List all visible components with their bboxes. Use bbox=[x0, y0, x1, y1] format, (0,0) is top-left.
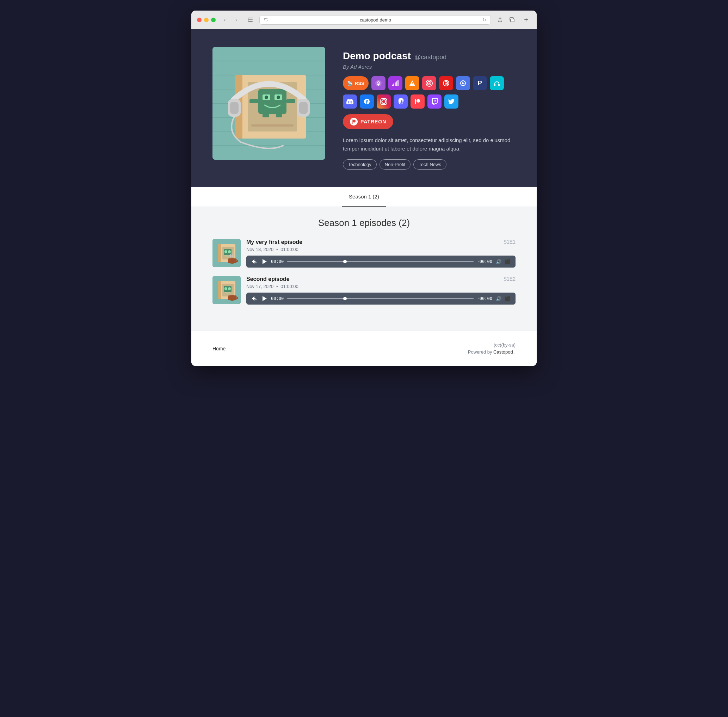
rewind-button-2[interactable] bbox=[251, 295, 257, 302]
overcast-link[interactable] bbox=[405, 76, 419, 90]
podcast-handle: @castopod bbox=[414, 53, 446, 61]
svg-rect-22 bbox=[250, 99, 258, 103]
episode-1-date: Nov 18, 2020 bbox=[246, 247, 273, 252]
tag-nonprofit[interactable]: Non-Profit bbox=[379, 159, 411, 169]
twitch-link[interactable] bbox=[427, 95, 442, 108]
close-button[interactable] bbox=[197, 18, 201, 22]
svg-rect-34 bbox=[394, 82, 396, 86]
rss-link[interactable]: 📡 RSS bbox=[343, 76, 369, 90]
episode-2-remaining: -00:00 bbox=[477, 296, 492, 301]
svg-point-57 bbox=[228, 250, 231, 253]
svg-point-21 bbox=[277, 96, 280, 99]
tags-container: Technology Non-Profit Tech News bbox=[343, 159, 516, 169]
episode-2-progress-bar[interactable] bbox=[287, 298, 474, 299]
svg-point-37 bbox=[411, 84, 413, 85]
episode-1-duration: 01:00:00 bbox=[280, 247, 299, 252]
apple-podcasts-link[interactable] bbox=[372, 76, 385, 90]
patreon-label: PATREON bbox=[361, 119, 386, 124]
new-window-button[interactable] bbox=[507, 15, 517, 25]
svg-rect-48 bbox=[415, 99, 416, 104]
volume-icon-2[interactable]: 🔊 bbox=[496, 296, 501, 301]
svg-rect-30 bbox=[299, 102, 308, 114]
headphones-link[interactable] bbox=[490, 76, 504, 90]
podcast-title: Demo podcast bbox=[343, 50, 411, 62]
svg-rect-17 bbox=[258, 89, 286, 114]
security-icon: 🛡 bbox=[264, 17, 268, 23]
episode-2-header: Second episode S1E2 bbox=[246, 276, 516, 282]
svg-rect-24 bbox=[262, 113, 269, 117]
play-button-2[interactable] bbox=[261, 295, 268, 302]
episode-1-player: 15 00:00 -00:00 🔊 bbox=[246, 256, 516, 267]
sidebar-toggle-button[interactable] bbox=[245, 15, 255, 25]
svg-rect-64 bbox=[218, 281, 221, 299]
minimize-button[interactable] bbox=[204, 18, 209, 22]
share-button[interactable] bbox=[495, 15, 505, 25]
podcast-info: Demo podcast @castopod By Ad Aures 📡 RSS bbox=[343, 47, 516, 169]
forward-button[interactable]: › bbox=[231, 15, 241, 25]
svg-point-56 bbox=[224, 250, 227, 253]
seasons-section: Season 1 (2) bbox=[191, 187, 537, 207]
traffic-lights bbox=[197, 18, 216, 22]
episode-1-details: My very first episode S1E1 Nov 18, 2020 … bbox=[246, 239, 516, 267]
screen-icon-2[interactable]: ⬛ bbox=[505, 296, 510, 301]
episode-2-current-time: 00:00 bbox=[271, 296, 284, 301]
episode-1-title[interactable]: My very first episode bbox=[246, 239, 302, 246]
pocket-casts-link[interactable] bbox=[422, 76, 436, 90]
tag-technology[interactable]: Technology bbox=[343, 159, 377, 169]
maximize-button[interactable] bbox=[211, 18, 216, 22]
svg-marker-61 bbox=[262, 259, 267, 264]
episode-2-thumbnail bbox=[212, 276, 241, 304]
powered-by-text: Powered by bbox=[468, 349, 492, 355]
new-tab-button[interactable]: + bbox=[521, 15, 531, 25]
browser-chrome: ‹ › 🛡 castopod.demo ↻ bbox=[191, 11, 537, 29]
address-bar[interactable]: 🛡 castopod.demo ↻ bbox=[259, 15, 491, 25]
home-link[interactable]: Home bbox=[212, 346, 225, 351]
patreon-social-link[interactable] bbox=[411, 95, 425, 108]
episode-2-player: 00:00 -00:00 🔊 ⬛ bbox=[246, 293, 516, 305]
volume-icon-1[interactable]: 🔊 bbox=[496, 259, 501, 264]
seasons-tabs: Season 1 (2) bbox=[191, 187, 537, 207]
rss-wifi-icon: 📡 bbox=[347, 81, 353, 86]
episode-2-title[interactable]: Second episode bbox=[246, 276, 289, 282]
svg-marker-71 bbox=[262, 296, 267, 301]
tag-technews[interactable]: Tech News bbox=[413, 159, 446, 169]
deezer-link[interactable] bbox=[388, 76, 402, 90]
episode-1-meta: Nov 18, 2020 • 01:00:00 bbox=[246, 247, 516, 252]
podcast-index-label: P bbox=[478, 80, 482, 87]
podcast-title-row: Demo podcast @castopod bbox=[343, 50, 516, 62]
svg-point-68 bbox=[228, 287, 231, 290]
discord-link[interactable] bbox=[343, 95, 357, 108]
svg-point-49 bbox=[353, 120, 356, 123]
episode-2-duration: 01:00:00 bbox=[280, 284, 299, 289]
back-button[interactable]: ‹ bbox=[220, 15, 230, 25]
podcast-index-link[interactable]: P bbox=[473, 76, 487, 90]
svg-rect-28 bbox=[230, 102, 239, 114]
castopod-link[interactable]: Castopod bbox=[493, 349, 513, 355]
mastodon-link[interactable] bbox=[394, 95, 408, 108]
instagram-link[interactable] bbox=[377, 95, 391, 108]
svg-rect-70 bbox=[228, 295, 236, 301]
patreon-icon bbox=[350, 118, 358, 125]
patreon-button[interactable]: PATREON bbox=[343, 114, 393, 129]
screen-icon-1[interactable]: ⬛ bbox=[505, 259, 510, 264]
episode-1-progress-bar[interactable] bbox=[287, 261, 474, 262]
play-button-1[interactable] bbox=[261, 258, 268, 265]
episode-1-current-time: 00:00 bbox=[271, 259, 284, 264]
svg-rect-53 bbox=[218, 244, 221, 262]
player-fm-link[interactable] bbox=[456, 76, 470, 90]
facebook-link[interactable] bbox=[360, 95, 374, 108]
page-content: Demo podcast @castopod By Ad Aures 📡 RSS bbox=[191, 29, 537, 366]
podcast-description: Lorem ipsum dolor sit amet, consectetur … bbox=[343, 136, 516, 153]
svg-point-67 bbox=[224, 287, 227, 290]
svg-rect-25 bbox=[276, 113, 282, 117]
episode-2-progress-dot bbox=[343, 297, 347, 301]
rewind-button-1[interactable]: 15 bbox=[251, 258, 257, 265]
podchaser-link[interactable] bbox=[439, 76, 453, 90]
episode-1-thumbnail bbox=[212, 239, 241, 267]
reload-icon[interactable]: ↻ bbox=[483, 17, 486, 23]
svg-point-41 bbox=[428, 82, 430, 84]
dot-separator: • bbox=[276, 247, 278, 252]
twitter-link[interactable] bbox=[444, 95, 458, 108]
season-1-tab[interactable]: Season 1 (2) bbox=[342, 187, 386, 207]
svg-rect-33 bbox=[393, 84, 394, 86]
